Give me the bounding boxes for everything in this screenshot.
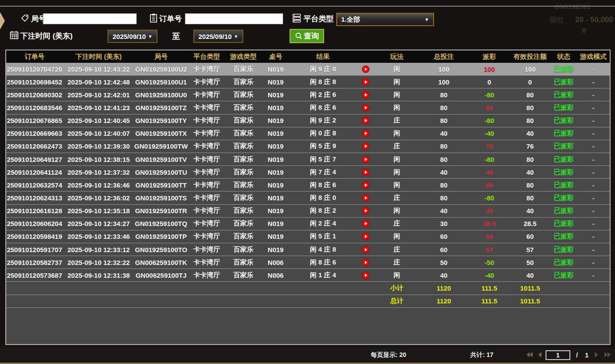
platform-type-label: 平台类型 (304, 14, 334, 24)
cell-payout: 57 (469, 243, 510, 256)
page-total: 1 (585, 351, 588, 359)
play-video-icon[interactable] (356, 63, 375, 75)
cell-payout: -80 (469, 153, 510, 165)
order-no-input[interactable] (185, 13, 283, 24)
cell-mode: - (577, 101, 610, 114)
table-row[interactable]: 2509101207047202025-09-10 12:43:22GN0192… (6, 63, 610, 76)
cell-time: 2025-09-10 12:43:22 (63, 63, 135, 75)
play-video-icon[interactable] (356, 256, 375, 268)
last-page-icon[interactable] (603, 352, 611, 358)
cell-total: 40 (419, 127, 469, 140)
cell-platform: 卡卡湾厅 (188, 115, 226, 127)
table-row[interactable]: 2509101206411242025-09-10 12:37:32GN0192… (6, 166, 610, 179)
cell-order: 250910120676865 (6, 115, 63, 127)
cell-status: 已派彩 (550, 218, 577, 230)
play-video-icon[interactable] (356, 179, 375, 191)
subtotal-row-table_no (261, 282, 290, 294)
cell-order: 250910120641124 (6, 166, 63, 178)
play-video-icon[interactable] (356, 140, 375, 153)
play-video-icon[interactable] (356, 243, 375, 256)
cell-game_type: 百家乐 (226, 153, 261, 165)
play-video-icon[interactable] (356, 205, 375, 217)
play-video-icon[interactable] (356, 88, 375, 101)
column-header-status: 状态 (550, 50, 577, 63)
grand-total-row-platform (188, 295, 226, 307)
cell-platform: 卡卡湾厅 (188, 153, 226, 165)
cell-order: 250910120632574 (6, 179, 63, 191)
cell-game_type: 百家乐 (226, 205, 261, 217)
table-row[interactable]: 2509101205827372025-09-10 12:32:22GN0062… (6, 256, 610, 269)
page-number-input[interactable] (546, 350, 570, 360)
table-row[interactable]: 2509101206835462025-09-10 12:41:23GN0192… (6, 101, 610, 114)
cell-payout: 40 (469, 205, 510, 217)
cell-payout: -80 (469, 88, 510, 101)
table-row[interactable]: 2509101206696632025-09-10 12:40:07GN0192… (6, 127, 610, 140)
play-video-icon[interactable] (356, 115, 375, 127)
play-video-icon[interactable] (356, 230, 375, 243)
cell-result: 闲 8 庄 0 (290, 192, 356, 204)
cell-order: 250910120582737 (6, 256, 63, 268)
next-page-icon[interactable] (594, 352, 599, 358)
cell-time: 2025-09-10 12:38:15 (63, 153, 135, 165)
collapse-panel-arrow-icon[interactable] (0, 11, 5, 30)
table-row[interactable]: 2509101206903022025-09-10 12:42:01GN0192… (6, 88, 610, 101)
cell-table_no: N019 (261, 127, 290, 140)
table-row[interactable]: 2509101206062042025-09-10 12:34:27GN0192… (6, 218, 610, 230)
cell-total: 80 (419, 88, 469, 101)
per-page-label: 每页显示: 20 (371, 351, 406, 359)
cell-platform: 卡卡湾厅 (188, 192, 226, 204)
cell-game_no: GN019259100TQ (135, 218, 188, 230)
table-row[interactable]: 2509101206768652025-09-10 12:40:45GN0192… (6, 115, 610, 127)
table-row[interactable]: 2509101206161282025-09-10 12:35:18GN0192… (6, 205, 610, 218)
column-header-time: 下注时间 (美东) (63, 50, 135, 63)
play-video-icon[interactable] (356, 166, 375, 178)
cell-valid: 80 (510, 179, 550, 191)
grand-total-row-status (550, 295, 577, 307)
subtotal-row-platform (188, 282, 226, 294)
prev-page-icon[interactable] (537, 352, 542, 358)
cell-payout: 28.5 (469, 218, 510, 230)
play-video-icon[interactable] (356, 127, 375, 140)
cell-result: 闲 5 庄 7 (290, 153, 356, 165)
play-video-icon[interactable] (356, 76, 375, 88)
play-video-icon[interactable] (356, 192, 375, 204)
cell-table_no: N006 (261, 256, 290, 268)
date-from-picker[interactable]: 2025/09/10 ▼ (108, 30, 158, 43)
date-to-picker[interactable]: 2025/09/10 ▼ (193, 30, 243, 43)
play-video-icon[interactable] (356, 101, 375, 114)
cell-platform: 卡卡湾厅 (188, 166, 226, 178)
table-row[interactable]: 2509101205917072025-09-10 12:33:12GN0192… (6, 243, 610, 256)
cell-time: 2025-09-10 12:36:02 (63, 192, 135, 204)
cell-order: 250910120690302 (6, 88, 63, 101)
cell-status: 已派彩 (550, 179, 577, 191)
search-button[interactable]: 查询 (290, 29, 324, 43)
column-header-payout: 派彩 (469, 50, 510, 63)
platform-type-select[interactable]: 1.全部 ▼ (336, 13, 434, 26)
cell-platform: 卡卡湾厅 (188, 88, 226, 101)
subtotal-row-total: 1120 (419, 282, 469, 294)
cell-play: 闲 (375, 127, 419, 140)
cell-result: 闲 7 庄 4 (290, 166, 356, 178)
cell-valid: 40 (510, 205, 550, 217)
table-row[interactable]: 2509101205984192025-09-10 12:33:46GN0192… (6, 230, 610, 243)
table-row[interactable]: 2509101205736872025-09-10 12:31:38GN0062… (6, 269, 610, 282)
subtotal-row-play: 小计 (375, 282, 419, 294)
play-video-icon[interactable] (356, 269, 375, 281)
column-header-valid: 有效投注额 (510, 50, 550, 63)
play-video-icon[interactable] (356, 153, 375, 165)
cell-mode: - (577, 140, 610, 153)
play-video-icon[interactable] (356, 218, 375, 230)
cell-mode: - (577, 256, 610, 268)
cell-play: 庄 (375, 115, 419, 127)
table-row[interactable]: 2509101206624732025-09-10 12:39:30GN0192… (6, 140, 610, 153)
game-no-input[interactable] (43, 13, 137, 24)
cell-valid: 40 (510, 127, 550, 140)
table-row[interactable]: 2509101206491272025-09-10 12:38:15GN0192… (6, 153, 610, 166)
cell-payout: 100 (469, 63, 510, 75)
first-page-icon[interactable] (526, 352, 534, 358)
table-row[interactable]: 2509101206243132025-09-10 12:36:02GN0192… (6, 192, 610, 204)
tag-icon (21, 14, 29, 23)
table-row[interactable]: 2509101206984522025-09-10 12:42:48GN0192… (6, 76, 610, 88)
table-row[interactable]: 2509101206325742025-09-10 12:36:46GN0192… (6, 179, 610, 192)
subtotal-row-valid: 1011.5 (510, 282, 550, 294)
